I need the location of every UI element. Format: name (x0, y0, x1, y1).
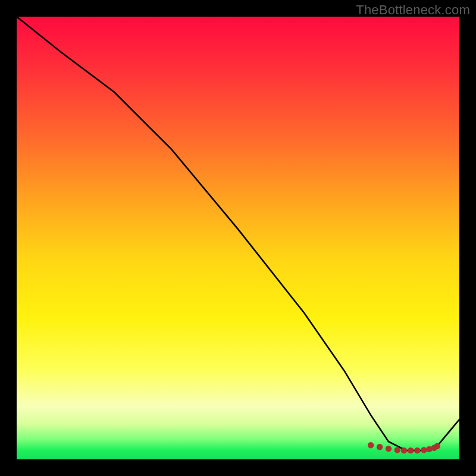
chart-frame: TheBottleneck.com (0, 0, 476, 476)
watermark-text: TheBottleneck.com (356, 2, 470, 18)
highlight-dot (368, 442, 374, 448)
highlight-dot (386, 446, 392, 452)
highlight-dot (401, 447, 407, 453)
highlight-dots-group (368, 442, 440, 453)
highlight-dot (394, 447, 400, 453)
bottleneck-curve-path (17, 17, 459, 450)
highlight-dot (377, 444, 383, 450)
highlight-dot (421, 447, 427, 453)
curve-overlay (17, 17, 459, 459)
gradient-plot-area (17, 17, 459, 459)
highlight-dot (408, 447, 414, 453)
highlight-dot (434, 443, 440, 449)
highlight-dot (414, 447, 420, 453)
